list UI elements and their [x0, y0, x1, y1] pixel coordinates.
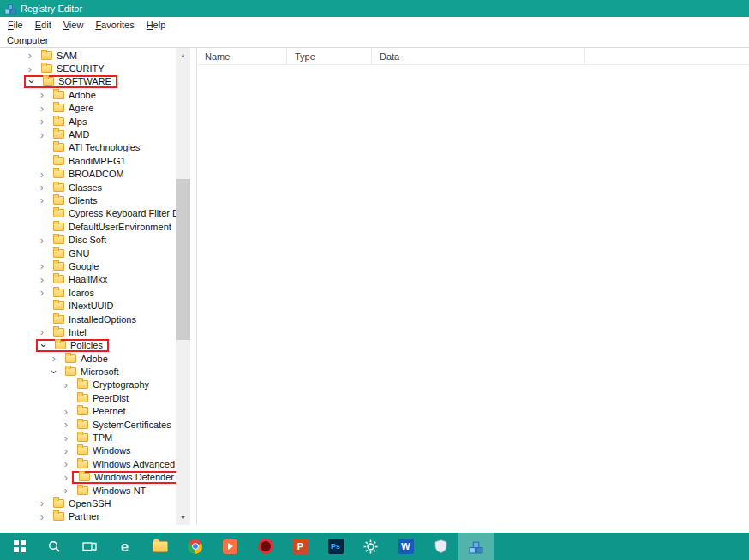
- tree-item-systemcertificates[interactable]: ›SystemCertificates: [0, 418, 176, 431]
- chevron-right-icon[interactable]: ›: [36, 274, 48, 285]
- tree-item-alps[interactable]: ›Alps: [0, 115, 176, 128]
- chevron-down-icon[interactable]: ›: [49, 366, 60, 378]
- tree-item-adobe[interactable]: ›Adobe: [0, 88, 176, 101]
- chevron-right-icon[interactable]: ›: [36, 497, 48, 509]
- chevron-right-icon[interactable]: ›: [36, 235, 48, 246]
- chevron-right-icon[interactable]: ›: [24, 63, 36, 74]
- tree-item-cryptography[interactable]: ›Cryptography: [0, 378, 176, 391]
- column-header-type[interactable]: Type: [287, 48, 372, 64]
- chevron-right-icon[interactable]: ›: [60, 485, 72, 496]
- folder-icon: [43, 77, 54, 86]
- tree-item-windows[interactable]: ›Windows: [0, 444, 176, 457]
- chevron-right-icon[interactable]: ›: [36, 169, 48, 180]
- tree-item-adobe[interactable]: ›Adobe: [0, 352, 176, 365]
- menu-item-file[interactable]: File: [2, 18, 29, 32]
- tree-item-amd[interactable]: ›AMD: [0, 128, 176, 140]
- chevron-right-icon[interactable]: ›: [60, 472, 72, 483]
- tree-item-peerdist[interactable]: ›PeerDist: [0, 391, 176, 404]
- address-bar[interactable]: Computer: [0, 33, 749, 48]
- tree-item-label: Classes: [69, 182, 102, 193]
- scroll-up-icon[interactable]: ▲: [176, 48, 190, 63]
- taskbar-word[interactable]: W: [388, 533, 423, 560]
- tree-item-icaros[interactable]: ›Icaros: [0, 286, 176, 299]
- tree-item-agere[interactable]: ›Agere: [0, 102, 176, 115]
- tree-item-openssh[interactable]: ›OpenSSH: [0, 497, 176, 509]
- tree-item-disc-soft[interactable]: ›Disc Soft: [0, 233, 176, 246]
- tree-item-gnu[interactable]: ›GNU: [0, 247, 176, 259]
- taskbar-registry-editor[interactable]: [458, 533, 494, 560]
- tree-item-tpm[interactable]: ›TPM: [0, 431, 176, 444]
- folder-icon: [53, 315, 64, 324]
- tree-item-security[interactable]: ›SECURITY: [0, 62, 176, 74]
- tree-item-partner[interactable]: ›Partner: [0, 510, 176, 523]
- tree-item-microsoft[interactable]: ›Microsoft: [0, 365, 176, 378]
- taskbar-chrome[interactable]: [177, 533, 213, 560]
- values-list-empty[interactable]: [197, 65, 749, 525]
- chevron-right-icon[interactable]: ›: [60, 419, 72, 430]
- tree-item-software[interactable]: ›SOFTWARE: [0, 75, 176, 88]
- tree-item-cypress-keyboard-filter-driver[interactable]: ›Cypress Keyboard Filter Driver: [0, 207, 176, 220]
- taskbar-powerpoint[interactable]: P: [283, 533, 318, 560]
- tree-item-peernet[interactable]: ›Peernet: [0, 405, 176, 418]
- tree-item-installedoptions[interactable]: ›InstalledOptions: [0, 313, 176, 325]
- taskbar-settings[interactable]: [353, 533, 388, 560]
- chevron-right-icon[interactable]: ›: [24, 50, 36, 61]
- menu-item-favorites[interactable]: Favorites: [89, 18, 140, 32]
- tree-item-label: Clients: [69, 195, 98, 206]
- chevron-right-icon[interactable]: ›: [36, 326, 48, 337]
- chevron-right-icon[interactable]: ›: [60, 458, 72, 469]
- chevron-right-icon[interactable]: ›: [60, 379, 72, 390]
- vertical-scrollbar[interactable]: ▲ ▼: [176, 48, 190, 525]
- column-header-name[interactable]: Name: [197, 48, 287, 64]
- taskbar-start[interactable]: [2, 533, 37, 560]
- chevron-right-icon[interactable]: ›: [36, 89, 48, 100]
- scroll-down-icon[interactable]: ▼: [176, 510, 190, 525]
- menu-item-view[interactable]: View: [57, 18, 90, 32]
- chevron-right-icon[interactable]: ›: [36, 182, 48, 193]
- tree-item-bandimpeg1[interactable]: ›BandiMPEG1: [0, 154, 176, 167]
- taskbar-defender[interactable]: [423, 533, 458, 560]
- taskbar-task-view[interactable]: [72, 533, 107, 560]
- chevron-right-icon[interactable]: ›: [60, 432, 72, 444]
- chevron-right-icon[interactable]: ›: [36, 260, 48, 271]
- chevron-down-icon[interactable]: ›: [27, 75, 38, 87]
- tree-item-defaultuserenvironment[interactable]: ›DefaultUserEnvironment: [0, 220, 176, 233]
- tree-item-ati-technologies[interactable]: ›ATI Technologies: [0, 141, 176, 154]
- chevron-right-icon[interactable]: ›: [36, 511, 48, 522]
- tree-item-windows-nt[interactable]: ›Windows NT: [0, 484, 176, 497]
- taskbar-file-explorer[interactable]: [142, 533, 177, 560]
- taskbar-photoshop[interactable]: Ps: [318, 533, 353, 560]
- chevron-right-icon[interactable]: ›: [36, 129, 48, 140]
- tree-item-classes[interactable]: ›Classes: [0, 181, 176, 194]
- chevron-down-icon[interactable]: ›: [39, 339, 50, 351]
- tree-item-haalimkx[interactable]: ›HaaliMkx: [0, 273, 176, 286]
- column-header-data[interactable]: Data: [372, 48, 585, 64]
- tree-item-sam[interactable]: ›SAM: [0, 49, 176, 62]
- tree-item-windows-advanced-thr[interactable]: ›Windows Advanced Thr: [0, 457, 176, 470]
- menu-item-help[interactable]: Help: [141, 18, 172, 32]
- scrollbar-thumb[interactable]: [176, 179, 190, 340]
- scrollbar-track[interactable]: [176, 63, 190, 510]
- tree-item-inextuuid[interactable]: ›INextUUID: [0, 299, 176, 312]
- tree-item-intel[interactable]: ›Intel: [0, 325, 176, 338]
- tree-item-google[interactable]: ›Google: [0, 259, 176, 272]
- chevron-right-icon[interactable]: ›: [36, 287, 48, 298]
- chevron-right-icon[interactable]: ›: [36, 116, 48, 127]
- taskbar-search[interactable]: [37, 533, 72, 560]
- menu-item-edit[interactable]: Edit: [29, 18, 57, 32]
- chevron-right-icon[interactable]: ›: [48, 353, 60, 364]
- tree-item-windows-defender[interactable]: ›Windows Defender: [0, 471, 176, 484]
- folder-icon: [53, 130, 64, 139]
- taskbar-record[interactable]: [248, 533, 283, 560]
- chevron-right-icon[interactable]: ›: [60, 406, 72, 417]
- chevron-right-icon[interactable]: ›: [60, 445, 72, 456]
- tree-item-broadcom[interactable]: ›BROADCOM: [0, 168, 176, 181]
- tree-item-label: TPM: [93, 432, 112, 443]
- tree-item-clients[interactable]: ›Clients: [0, 194, 176, 206]
- taskbar-edge[interactable]: e: [107, 533, 142, 560]
- search-icon: [48, 540, 61, 553]
- chevron-right-icon[interactable]: ›: [36, 103, 48, 114]
- chevron-right-icon[interactable]: ›: [36, 194, 48, 206]
- tree-item-policies[interactable]: ›Policies: [0, 339, 176, 352]
- taskbar-media-player[interactable]: [213, 533, 248, 560]
